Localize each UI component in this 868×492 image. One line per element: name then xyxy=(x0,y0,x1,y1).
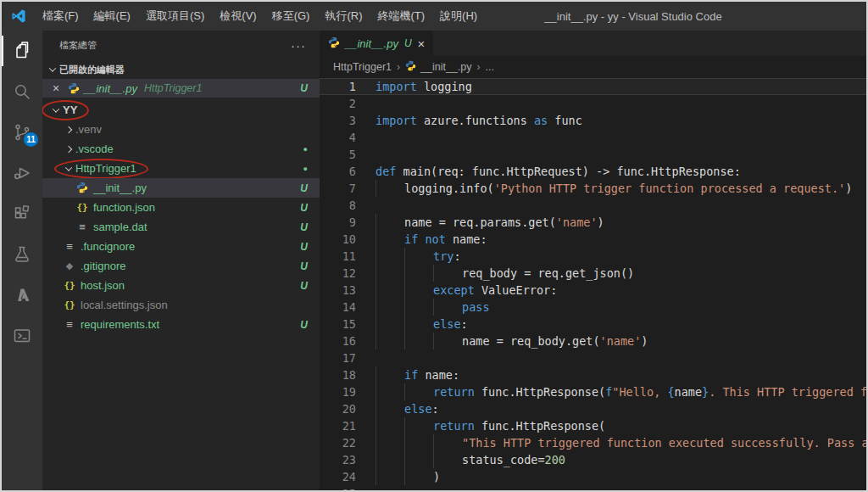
more-actions-icon[interactable]: ··· xyxy=(287,38,309,53)
tree-item-label: .gitignore xyxy=(81,260,125,272)
line-number: 3 xyxy=(320,112,356,129)
code-line-18: 18if name: xyxy=(320,366,866,383)
indent-guide xyxy=(376,451,404,468)
chevron-right-icon xyxy=(62,143,75,156)
open-editors-section[interactable]: 已開啟的編輯器 xyxy=(42,60,320,79)
tree-item-sample-dat[interactable]: ≡sample.datU xyxy=(42,217,320,237)
indent-guide xyxy=(404,434,433,451)
activity-search-icon[interactable] xyxy=(2,71,42,112)
activity-run-debug-icon[interactable] xyxy=(2,153,42,193)
code-line-7: 7logging.info('Python HTTP trigger funct… xyxy=(320,180,866,197)
code-line-22: 22"This HTTP triggered function executed… xyxy=(320,434,866,451)
indent-guide xyxy=(376,316,404,333)
breadcrumb-item[interactable]: HttpTrigger1 xyxy=(333,61,392,73)
activity-explorer-icon[interactable] xyxy=(2,31,42,71)
tab-init-py[interactable]: __init__.py U × xyxy=(320,31,433,56)
indent-guide xyxy=(376,366,404,383)
line-number: 2 xyxy=(320,95,356,112)
indent-guide xyxy=(433,434,462,451)
code-line-2: 2 xyxy=(320,95,866,112)
tree-item--vscode[interactable]: .vscode● xyxy=(42,139,320,159)
code-line-8: 8 xyxy=(320,197,866,214)
tree-item-label: function.json xyxy=(93,201,155,214)
breadcrumb: HttpTrigger1›__init__.py›... xyxy=(320,56,866,78)
code-line-19: 19return func.HttpResponse(f"Hello, {nam… xyxy=(320,383,866,400)
chevron-right-icon: › xyxy=(476,61,480,73)
tree-item--funcignore[interactable]: ≡.funcignoreU xyxy=(42,237,320,256)
menu-f[interactable]: 檔案(F) xyxy=(35,2,86,31)
indent-guide xyxy=(404,451,433,468)
open-editor-filename: __init__.py xyxy=(84,82,137,95)
chevron-right-icon xyxy=(62,123,75,137)
line-number: 15 xyxy=(320,316,356,333)
menu-e[interactable]: 編輯(E) xyxy=(86,2,138,31)
code-line-3: 3import azure.functions as func xyxy=(320,112,866,129)
tree-item-local-settings-json[interactable]: {}local.settings.json xyxy=(42,295,320,315)
line-number: 7 xyxy=(320,180,356,197)
menu-s[interactable]: 選取項目(S) xyxy=(138,2,212,31)
tree-item-label: HttpTrigger1 xyxy=(75,162,136,175)
indent-guide xyxy=(376,214,404,231)
line-number: 5 xyxy=(320,146,356,163)
line-number: 6 xyxy=(320,163,356,180)
code-editor[interactable]: 1import logging23import azure.functions … xyxy=(320,78,866,490)
menu-r[interactable]: 執行(R) xyxy=(317,2,370,31)
menu-g[interactable]: 移至(G) xyxy=(264,2,318,31)
activity-powershell-icon[interactable] xyxy=(2,316,42,356)
vscode-window: 檔案(F)編輯(E)選取項目(S)檢視(V)移至(G)執行(R)終端機(T)說明… xyxy=(0,0,868,492)
python-icon xyxy=(68,82,80,95)
line-number: 24 xyxy=(320,468,356,485)
python-icon xyxy=(328,36,345,51)
indent-guide xyxy=(376,400,404,417)
text-file-icon: ≡ xyxy=(62,318,77,331)
code-line-10: 10if not name: xyxy=(320,231,866,248)
breadcrumb-item[interactable]: ... xyxy=(485,61,493,73)
tree-item--gitignore[interactable]: ◆.gitignoreU xyxy=(42,256,320,276)
line-number: 8 xyxy=(320,197,356,214)
code-line-1: 1import logging xyxy=(320,78,866,95)
tree-item-httptrigger1[interactable]: HttpTrigger1● xyxy=(42,159,320,178)
indent-guide xyxy=(376,248,404,265)
line-number: 9 xyxy=(320,214,356,231)
tree-item-yy[interactable]: YY xyxy=(42,100,320,120)
code-line-9: 9name = req.params.get('name') xyxy=(320,214,866,231)
tree-item-requirements-txt[interactable]: ≡requirements.txtU xyxy=(42,315,320,334)
menu-t[interactable]: 終端機(T) xyxy=(370,2,432,31)
code-line-23: 23status_code=200 xyxy=(320,451,866,468)
menu-v[interactable]: 檢視(V) xyxy=(212,2,264,31)
indent-guide xyxy=(404,417,433,434)
indent-guide xyxy=(433,299,462,316)
tree-item-label: YY xyxy=(63,103,77,116)
menu-h[interactable]: 說明(H) xyxy=(432,2,485,31)
title-bar: 檔案(F)編輯(E)選取項目(S)檢視(V)移至(G)執行(R)終端機(T)說明… xyxy=(2,2,866,31)
indent-guide xyxy=(404,468,433,485)
line-number: 19 xyxy=(320,383,356,400)
vscode-logo-icon xyxy=(11,8,26,24)
activity-extensions-icon[interactable] xyxy=(2,193,42,234)
json-file-icon: {} xyxy=(75,202,90,213)
tree-item--venv[interactable]: .venv xyxy=(42,120,320,139)
code-line-24: 24) xyxy=(320,468,866,485)
close-icon[interactable]: × xyxy=(418,36,426,51)
activity-test-beaker-icon[interactable] xyxy=(2,234,42,275)
open-editor-detail: HttpTrigger1 xyxy=(144,82,203,94)
activity-azure-icon[interactable] xyxy=(2,275,42,316)
indent-guide xyxy=(404,299,433,316)
indent-guide xyxy=(433,451,462,468)
menu-bar: 檔案(F)編輯(E)選取項目(S)檢視(V)移至(G)執行(R)終端機(T)說明… xyxy=(35,2,485,31)
tree-item-host-json[interactable]: {}host.jsonU xyxy=(42,276,320,295)
line-number: 21 xyxy=(320,417,356,434)
code-line-6: 6def main(req: func.HttpRequest) -> func… xyxy=(320,163,866,180)
indent-guide xyxy=(376,265,404,282)
open-editors-list: ×__init__.pyHttpTrigger1U xyxy=(42,79,320,98)
breadcrumb-item[interactable]: __init__.py xyxy=(405,60,471,74)
code-line-14: 14pass xyxy=(320,299,866,316)
line-number: 20 xyxy=(320,400,356,417)
tree-item-function-json[interactable]: {}function.jsonU xyxy=(42,198,320,217)
open-editor-item[interactable]: ×__init__.pyHttpTrigger1U xyxy=(42,79,320,98)
close-icon[interactable]: × xyxy=(49,81,63,95)
tree-item--init-py[interactable]: __init__.pyU xyxy=(42,178,320,198)
activity-source-control-icon[interactable]: 11 xyxy=(2,112,42,153)
indent-guide xyxy=(404,316,433,333)
json-file-icon: {} xyxy=(62,280,77,291)
